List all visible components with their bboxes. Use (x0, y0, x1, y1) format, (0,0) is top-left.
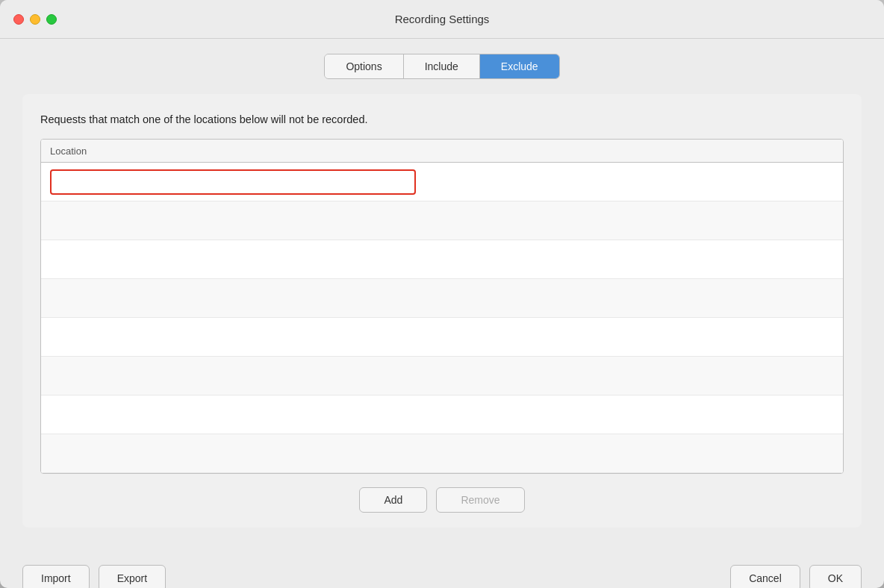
tabs-container: Options Include Exclude (22, 54, 862, 79)
import-button[interactable]: Import (22, 565, 90, 588)
location-input-1[interactable] (50, 169, 416, 195)
add-button[interactable]: Add (359, 487, 427, 513)
table-row (41, 279, 843, 318)
tab-options[interactable]: Options (325, 54, 403, 78)
table-action-buttons: Add Remove (40, 487, 844, 513)
location-column-header: Location (50, 146, 87, 157)
tabs: Options Include Exclude (324, 54, 559, 79)
export-button[interactable]: Export (99, 565, 166, 588)
table-body (41, 163, 843, 473)
ok-button[interactable]: OK (809, 565, 862, 588)
panel-description: Requests that match one of the locations… (40, 112, 844, 127)
footer-right-buttons: Cancel OK (730, 565, 862, 588)
tab-include[interactable]: Include (404, 54, 480, 78)
traffic-lights (13, 14, 57, 25)
remove-button[interactable]: Remove (436, 487, 524, 513)
locations-table: Location (40, 139, 844, 474)
table-row (41, 318, 843, 357)
footer: Import Export Cancel OK (0, 550, 884, 588)
table-header: Location (41, 140, 843, 163)
footer-left-buttons: Import Export (22, 565, 166, 588)
table-row (41, 240, 843, 279)
tab-exclude[interactable]: Exclude (480, 54, 559, 78)
table-row (41, 201, 843, 240)
window-title: Recording Settings (395, 13, 490, 25)
maximize-button[interactable] (46, 14, 57, 25)
window-content: Options Include Exclude Requests that ma… (0, 39, 884, 550)
table-row (41, 357, 843, 395)
close-button[interactable] (13, 14, 24, 25)
recording-settings-window: Recording Settings Options Include Exclu… (0, 0, 884, 588)
table-row (41, 163, 843, 201)
title-bar: Recording Settings (0, 0, 884, 39)
cancel-button[interactable]: Cancel (730, 565, 800, 588)
table-row (41, 434, 843, 473)
exclude-panel: Requests that match one of the locations… (22, 94, 862, 528)
table-row (41, 395, 843, 434)
minimize-button[interactable] (30, 14, 40, 25)
